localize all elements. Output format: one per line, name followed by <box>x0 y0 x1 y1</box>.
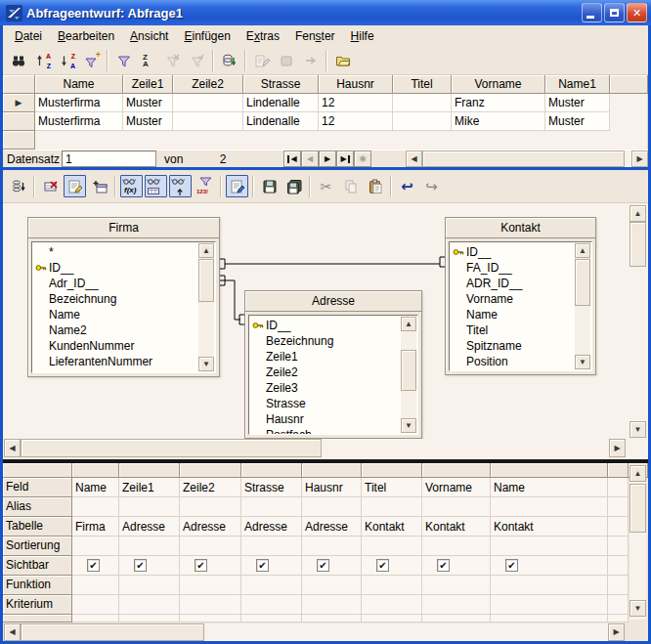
kriterium-cell[interactable] <box>72 595 119 615</box>
ole-object-button[interactable] <box>275 50 297 72</box>
feld-cell[interactable]: Hausnr <box>302 478 362 497</box>
feld-cell[interactable]: Zeile1 <box>119 478 180 497</box>
scroll-down-arrow[interactable]: ▼ <box>575 355 590 369</box>
previous-record-button[interactable]: ◀ <box>301 150 319 167</box>
first-record-button[interactable]: ◀ <box>283 150 301 167</box>
kriterium-cell[interactable] <box>302 595 362 615</box>
field-item[interactable]: * <box>35 244 215 260</box>
field-item[interactable]: Postfach <box>252 427 417 435</box>
field-item[interactable]: Vorname <box>453 291 591 307</box>
funktion-cell[interactable] <box>72 576 119 595</box>
field-item[interactable]: Titel <box>453 322 591 338</box>
alias-cell[interactable] <box>180 497 241 517</box>
qgrid-header-cell[interactable] <box>302 463 362 478</box>
scroll-thumb[interactable] <box>198 259 214 302</box>
scroll-down-arrow[interactable]: ▼ <box>198 357 214 371</box>
tabelle-cell[interactable]: Adresse <box>241 517 302 537</box>
tabelle-cell[interactable]: Adresse <box>302 517 362 537</box>
menu-ansicht[interactable]: Ansicht <box>122 27 176 45</box>
field-item[interactable]: FA_ID__ <box>453 260 591 276</box>
titlebar[interactable]: Abfrageentwurf: Abfrage1 ✕ <box>0 0 651 25</box>
field-item[interactable]: Position <box>453 354 591 369</box>
last-record-button[interactable]: ▶ <box>336 150 354 167</box>
field-item[interactable]: ID__ <box>453 244 591 260</box>
open-folder-button[interactable] <box>331 50 354 72</box>
column-header[interactable]: Name1 <box>545 75 610 94</box>
properties-button[interactable] <box>226 175 248 197</box>
sichtbar-cell[interactable] <box>72 556 119 576</box>
record-number-input[interactable]: 1 <box>62 150 156 167</box>
design-vscroll-up[interactable]: ▲ <box>629 205 646 222</box>
kriterium-cell[interactable] <box>608 595 629 615</box>
cell[interactable]: Muster <box>545 94 610 112</box>
feld-cell[interactable]: Name <box>491 478 608 497</box>
field-item[interactable]: Zeile3 <box>252 380 417 396</box>
tabelle-cell[interactable]: Kontakt <box>491 517 608 537</box>
cut-button[interactable]: ✂ <box>315 175 337 197</box>
sichtbar-cell[interactable] <box>180 556 241 576</box>
show-criteria-button[interactable]: 123! <box>194 175 216 197</box>
qgrid-vscroll-thumb[interactable] <box>629 484 646 533</box>
row-selector-current[interactable]: ▶ <box>3 94 35 112</box>
field-item[interactable]: Name <box>35 307 215 322</box>
sortierung-cell[interactable] <box>362 537 422 556</box>
field-item[interactable]: Bezeichnung <box>35 291 215 307</box>
alias-cell[interactable] <box>72 497 119 517</box>
sort-za-button[interactable]: Z A <box>137 50 159 72</box>
edit-record-button[interactable] <box>250 50 273 72</box>
design-hscroll-left[interactable]: ◀ <box>4 439 21 457</box>
table-title[interactable]: Adresse <box>245 291 421 312</box>
menu-hilfe[interactable]: Hilfe <box>343 27 382 45</box>
field-item[interactable]: Hausnr <box>252 411 417 427</box>
query-design-canvas[interactable]: Firma * ID__ Adr_ID__ Bezeichnung Name N… <box>3 203 648 459</box>
datasheet-hscroll-right[interactable]: ▶ <box>631 150 648 167</box>
feld-cell[interactable]: Vorname <box>422 478 491 497</box>
maximize-button[interactable] <box>604 3 625 22</box>
kriterium-cell[interactable] <box>119 595 180 615</box>
new-record-button[interactable]: ∗ <box>354 150 371 167</box>
design-hscroll-right[interactable]: ▶ <box>609 439 626 457</box>
redo-button[interactable]: ↪ <box>420 175 443 197</box>
sortierung-cell[interactable] <box>72 537 119 556</box>
design-view-button[interactable] <box>64 175 86 197</box>
feld-cell[interactable] <box>608 478 629 497</box>
sortierung-cell[interactable] <box>241 537 302 556</box>
filter-add-button[interactable]: + <box>80 50 103 72</box>
minimize-button[interactable] <box>582 3 602 22</box>
qgrid-vscroll-up[interactable]: ▲ <box>629 465 646 482</box>
undo-button[interactable]: ↩ <box>396 175 418 197</box>
show-functions-button[interactable]: f(x) <box>120 175 143 197</box>
alias-cell[interactable] <box>491 497 608 517</box>
qgrid-header-cell[interactable] <box>491 463 608 478</box>
menu-fenster[interactable]: Fenster <box>287 27 343 45</box>
find-button[interactable] <box>7 50 29 72</box>
qgrid-header-cell[interactable] <box>241 463 302 478</box>
column-header[interactable]: Zeile1 <box>123 75 173 94</box>
sortierung-cell[interactable] <box>422 537 491 556</box>
field-item[interactable]: Adr_ID__ <box>35 276 215 291</box>
cell[interactable]: Muster <box>123 94 173 112</box>
show-sort-button[interactable] <box>169 175 192 197</box>
field-item[interactable]: Zeile1 <box>252 349 417 365</box>
refresh-data-button[interactable] <box>218 50 240 72</box>
close-button[interactable]: ✕ <box>627 3 647 22</box>
scroll-down-arrow[interactable]: ▼ <box>401 418 416 433</box>
alias-cell[interactable] <box>119 497 180 517</box>
kriterium-cell[interactable] <box>180 595 241 615</box>
tabelle-cell[interactable] <box>608 517 629 537</box>
sortierung-cell[interactable] <box>119 537 180 556</box>
alias-cell[interactable] <box>302 497 362 517</box>
add-table-button[interactable] <box>88 175 110 197</box>
cell[interactable] <box>393 94 452 112</box>
qgrid-vscroll-down[interactable]: ▼ <box>629 600 646 617</box>
scroll-up-arrow[interactable]: ▲ <box>575 243 590 258</box>
datasheet-hscroll-left[interactable]: ◀ <box>406 150 422 167</box>
filter-button[interactable] <box>112 50 135 72</box>
cell[interactable] <box>393 112 452 131</box>
sortierung-cell[interactable] <box>180 537 241 556</box>
sichtbar-cell[interactable] <box>608 556 629 576</box>
scroll-thumb[interactable] <box>401 350 416 391</box>
qgrid-header-cell[interactable] <box>72 463 119 478</box>
alias-cell[interactable] <box>362 497 422 517</box>
visible-checkbox[interactable] <box>256 559 269 572</box>
